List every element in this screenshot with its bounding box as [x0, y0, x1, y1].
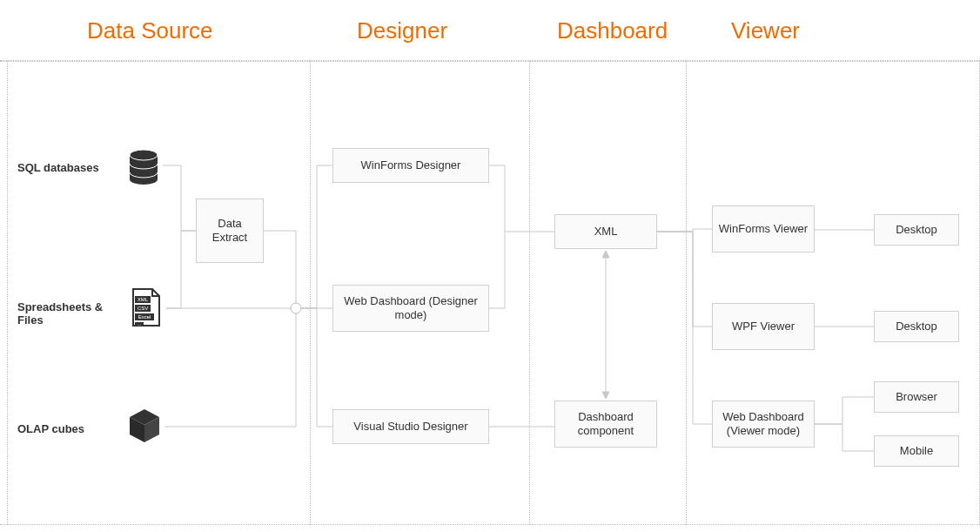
svg-marker-10: [602, 392, 609, 399]
svg-marker-9: [602, 251, 609, 258]
svg-point-7: [291, 303, 301, 313]
connectors-layer: [0, 0, 980, 532]
